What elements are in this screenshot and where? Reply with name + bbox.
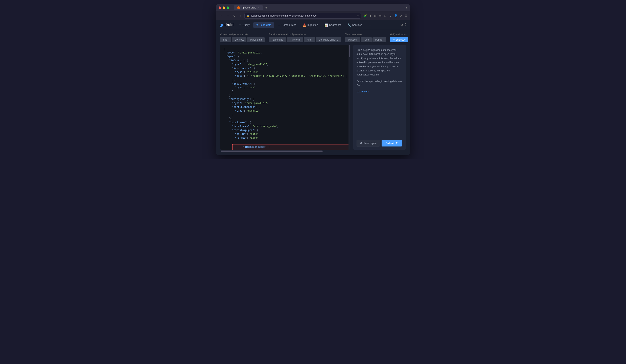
sidebar-icon[interactable]: ▤ [379,14,382,17]
home-button[interactable]: ⌂ [239,13,242,18]
ingestion-icon: 📥 [303,23,306,27]
extensions-icon[interactable]: 🧩 [363,14,367,17]
step-buttons-connect: Start Connect Parse data [220,37,265,42]
step-group-transform-label: Transform data and configure schema [269,33,341,36]
step-configure-schema[interactable]: Configure schema [316,37,341,42]
reset-spec-button[interactable]: ↺ Reset spec [356,140,380,147]
step-tune[interactable]: Tune [361,37,372,42]
window-controls: ▾ [406,6,407,9]
grid-icon[interactable]: ⊞ [384,14,387,17]
step-edit-spec[interactable]: ✏ Edit spec [390,37,408,42]
step-parse-time[interactable]: Parse time [269,37,286,42]
back-button[interactable]: ← [219,13,223,18]
learn-more-link[interactable]: Learn more [356,90,369,93]
main-content: Connect and parse raw data Start Connect… [216,30,410,155]
nav-item-query[interactable]: ⊞ Query [236,22,252,28]
submit-button[interactable]: Submit ⬆ [382,140,402,147]
maximize-button[interactable] [227,6,229,9]
nav-item-load-data-label: Load data [260,23,271,26]
url-bar-icons: ☆ [356,14,359,17]
tabs-icon[interactable]: ⊞ [374,14,377,17]
step-buttons-tune: Partition Tune Publish [345,37,386,42]
datasources-icon: ☰ [278,23,280,27]
refresh-button[interactable]: ↻ [232,13,236,18]
query-icon: ⊞ [239,23,241,27]
active-tab[interactable]: Apache Druid ✕ [234,5,263,10]
minimize-button[interactable] [223,6,225,9]
bookmark-icon[interactable]: ☆ [356,14,359,17]
menu-icon[interactable]: ☰ [405,14,407,17]
app-logo: ◑ druid [219,23,234,27]
code-editor[interactable]: { "type": "index_parallel", "spec": { "i… [220,45,350,150]
nav-item-ingestion[interactable]: 📥 Ingestion [300,22,321,28]
step-filter[interactable]: Filter [304,37,315,42]
close-button[interactable] [219,6,221,9]
settings-icon[interactable]: ⚙ [400,23,403,27]
scrollbar-thumb-v [349,45,350,57]
forward-button[interactable]: → [226,13,230,18]
vertical-scrollbar[interactable] [349,45,350,150]
step-buttons-transform: Parse time Transform Filter Configure sc… [269,37,341,42]
browser-window: Apache Druid ✕ + ▾ ← → ↻ ⌂ 🔒 localhost:8… [216,4,410,155]
nav-item-load-data[interactable]: ⬆ Load data [253,22,274,28]
step-publish[interactable]: Publish [372,37,386,42]
nav-item-datasources-label: Datasources [281,23,296,26]
info-panel: Druid begins ingesting data once you sub… [353,45,406,150]
tab-favicon [237,6,240,9]
new-tab-button[interactable]: + [265,6,268,10]
help-icon[interactable]: ? [405,23,407,27]
step-start[interactable]: Start [220,37,231,42]
step-group-transform: Transform data and configure schema Pars… [269,33,341,42]
url-bar[interactable]: 🔒 localhost:8888/unified-console.html#cl… [244,13,361,19]
tab-title: Apache Druid [242,6,256,9]
titlebar: Apache Druid ✕ + ▾ [216,4,410,11]
nav-item-segments[interactable]: 📊 Segments [322,22,344,28]
editor-container: { "type": "index_parallel", "spec": { "i… [220,45,406,150]
step-buttons-verify: ✏ Edit spec [390,37,408,42]
wizard-steps: Connect and parse raw data Start Connect… [220,33,406,42]
nav-item-ingestion-label: Ingestion [307,23,318,26]
step-group-verify: Verify and submit ✏ Edit spec [390,33,408,42]
panel-footer: ↺ Reset spec Submit ⬆ [356,140,402,147]
step-group-tune-label: Tune parameters [345,33,386,36]
code-content[interactable]: { "type": "index_parallel", "spec": { "i… [220,45,350,150]
shield-icon[interactable]: 🛡 [389,14,392,17]
step-group-connect: Connect and parse raw data Start Connect… [220,33,265,42]
services-icon: 🔧 [348,23,351,27]
info-paragraph-2: Submit the spec to begin loading data in… [356,79,402,87]
horizontal-scrollbar[interactable] [220,151,406,152]
tab-bar: Apache Druid ✕ + [234,5,404,10]
scrollbar-thumb-h [221,151,323,152]
druid-logo-icon: ◑ [219,23,223,27]
step-parse-data[interactable]: Parse data [247,37,265,42]
nav-item-more[interactable]: ··· [366,22,374,28]
address-bar: ← → ↻ ⌂ 🔒 localhost:8888/unified-console… [216,11,410,20]
download-icon[interactable]: ⬇ [369,14,372,17]
nav-item-services-label: Services [352,23,362,26]
step-group-tune: Tune parameters Partition Tune Publish [345,33,386,42]
share-icon[interactable]: ↗ [400,14,402,17]
reset-icon: ↺ [360,142,362,145]
more-label: ··· [368,23,371,26]
step-connect[interactable]: Connect [232,37,246,42]
nav-right: ⚙ ? [400,23,407,27]
step-group-connect-label: Connect and parse raw data [220,33,265,36]
info-paragraph-1: Druid begins ingesting data once you sub… [356,48,402,77]
reset-spec-label: Reset spec [363,142,377,145]
highlighted-dimensions-spec: "dimensionsSpec": { "useSchemaDiscovery"… [232,144,350,150]
info-text-container: Druid begins ingesting data once you sub… [356,48,402,93]
nav-item-datasources[interactable]: ☰ Datasources [275,22,299,28]
segments-icon: 📊 [324,23,328,27]
nav-item-query-label: Query [242,23,249,26]
app-logo-text: druid [225,23,234,27]
step-partition[interactable]: Partition [345,37,360,42]
url-text: localhost:8888/unified-console.html#clas… [251,14,317,17]
nav-item-services[interactable]: 🔧 Services [345,22,365,28]
profile-icon[interactable]: 👤 [394,14,397,17]
tab-close-icon[interactable]: ✕ [258,6,260,9]
submit-label: Submit [386,142,394,145]
submit-icon: ⬆ [396,142,398,145]
step-group-verify-label: Verify and submit [390,33,408,36]
step-transform[interactable]: Transform [287,37,303,42]
app-nav: ◑ druid ⊞ Query ⬆ Load data ☰ Datasource… [216,20,410,30]
